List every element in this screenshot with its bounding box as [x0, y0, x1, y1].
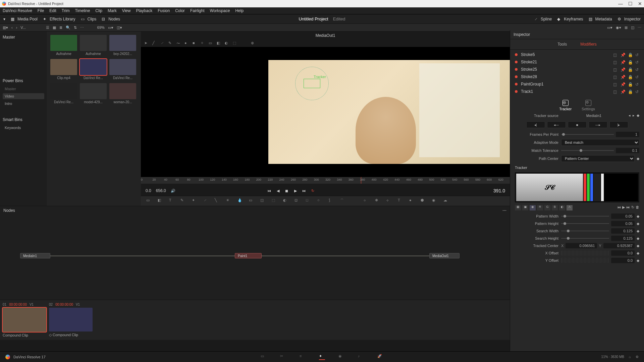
- ph-slider[interactable]: [561, 223, 609, 224]
- version-icon[interactable]: ◫: [613, 60, 617, 64]
- dot-tool-icon[interactable]: ●: [184, 41, 189, 46]
- inspector-button[interactable]: ⚙Inspector: [618, 17, 641, 21]
- viewer-canvas[interactable]: Tracker: [141, 47, 510, 177]
- channel-b[interactable]: B: [552, 205, 558, 210]
- version-icon[interactable]: ◫: [613, 67, 617, 71]
- stop-button[interactable]: ◼: [284, 188, 289, 193]
- xo-wheel[interactable]: [561, 251, 609, 255]
- lock-icon[interactable]: 🔒: [628, 75, 632, 79]
- fx-icon[interactable]: 💧: [237, 198, 244, 204]
- time-ruler[interactable]: 0204060801001201401601802002202402602803…: [141, 177, 510, 184]
- menu-item[interactable]: Playback: [136, 8, 152, 13]
- yo-wheel[interactable]: [561, 258, 609, 263]
- search-icon[interactable]: 🔍: [66, 25, 70, 30]
- track-fwd-button[interactable]: —▸: [589, 121, 607, 128]
- channel-a[interactable]: A: [567, 205, 573, 210]
- sw-slider[interactable]: [561, 231, 609, 231]
- step-back-button[interactable]: ◀: [275, 188, 281, 193]
- text-icon[interactable]: T: [169, 198, 175, 204]
- fx-icon[interactable]: ◉: [432, 198, 438, 204]
- fx-icon[interactable]: ⟆: [329, 198, 335, 204]
- pin-icon[interactable]: 📌: [621, 60, 625, 64]
- metadata-button[interactable]: ▤Metadata: [589, 17, 612, 21]
- pin-icon[interactable]: 📌: [621, 89, 625, 94]
- fx-icon[interactable]: ⬢: [421, 198, 427, 204]
- page-fairlight-icon[interactable]: ♪: [358, 354, 364, 360]
- arrow-tool-icon[interactable]: ➤: [144, 41, 149, 46]
- lock-icon[interactable]: 🔒: [628, 89, 632, 94]
- master-bin[interactable]: Master: [3, 34, 44, 41]
- keyframes-button[interactable]: ◆Keyframes: [557, 17, 583, 21]
- reset-icon[interactable]: ↺: [635, 89, 639, 94]
- nodes-panel[interactable]: Nodes ⋯ MediaIn1Paint1MediaOut1: [0, 206, 510, 300]
- key-icon[interactable]: ◆: [637, 258, 639, 263]
- yo-value[interactable]: 0.0: [611, 258, 635, 263]
- fx-icon[interactable]: ◐: [283, 198, 289, 204]
- media-pool-button[interactable]: ▦Media Pool: [11, 17, 38, 21]
- subtab-tracker[interactable]: ◎Tracker: [559, 100, 572, 111]
- wave-tool-icon[interactable]: 〜: [176, 41, 181, 46]
- key-icon[interactable]: ◆: [637, 157, 639, 161]
- channel-icon[interactable]: ▣: [522, 205, 528, 210]
- pool-thumb[interactable]: boy-24202...: [109, 35, 136, 56]
- bin-item[interactable]: Intro: [3, 101, 44, 107]
- reset-icon[interactable]: ↺: [635, 60, 639, 64]
- view-mode-icon[interactable]: ▭▾: [607, 25, 612, 30]
- pool-thumb[interactable]: Clip.mp4: [50, 59, 77, 80]
- kf-del-icon[interactable]: 🗑: [636, 205, 639, 210]
- modifier-row[interactable]: PaintGroup1◫📌🔒↺: [510, 80, 644, 88]
- subtab-settings[interactable]: ⚙Settings: [582, 100, 595, 111]
- modifier-row[interactable]: Stroke5◫📌🔒↺: [510, 51, 644, 58]
- tc-y[interactable]: 0.925387: [603, 243, 635, 248]
- fx-icon[interactable]: ✦: [192, 198, 198, 204]
- key-icon[interactable]: ◆: [637, 113, 639, 118]
- close-button[interactable]: ✕: [638, 1, 642, 6]
- menu-item[interactable]: Workspace: [210, 8, 230, 13]
- key-icon[interactable]: ◆: [637, 229, 639, 233]
- ph-value[interactable]: 0.05: [611, 221, 635, 226]
- modifier-row[interactable]: Stroke25◫📌🔒↺: [510, 66, 644, 73]
- rect-tool-icon[interactable]: ▭: [209, 41, 213, 46]
- fx-icon[interactable]: ○: [317, 198, 323, 204]
- minimize-button[interactable]: —: [618, 1, 623, 6]
- kf-last-icon[interactable]: ⏭: [626, 205, 630, 210]
- matchtol-slider[interactable]: [561, 150, 614, 151]
- maximize-button[interactable]: ☐: [628, 1, 633, 6]
- channel-icon[interactable]: ◐: [559, 205, 565, 210]
- fx-icon[interactable]: T: [398, 198, 404, 204]
- next-icon[interactable]: ▸: [633, 113, 635, 118]
- grid-icon[interactable]: ⊞: [625, 25, 628, 30]
- audio-icon[interactable]: 🔊: [171, 189, 175, 193]
- pw-value[interactable]: 0.05: [611, 214, 635, 219]
- more-icon[interactable]: ⋯: [80, 25, 84, 30]
- adaptive-mode-select[interactable]: Best match: [561, 139, 639, 146]
- pin-icon[interactable]: 📌: [621, 67, 625, 71]
- tracker-overlay[interactable]: Tracker: [295, 67, 329, 100]
- pen-tool-icon[interactable]: ✎: [168, 41, 173, 46]
- lock-icon[interactable]: 🔒: [628, 67, 632, 71]
- dual-icon[interactable]: ◫: [631, 25, 634, 30]
- menu-item[interactable]: Fairlight: [190, 8, 205, 13]
- fx-icon[interactable]: ▭: [146, 198, 152, 204]
- smart-bin-item[interactable]: Keywords: [3, 125, 44, 131]
- view-grid-icon[interactable]: ▦: [53, 25, 56, 30]
- effects-library-button[interactable]: ✦Effects Library: [43, 17, 75, 21]
- fx-icon[interactable]: ❋: [375, 198, 381, 204]
- reset-icon[interactable]: ↺: [635, 75, 639, 79]
- line-tool-icon[interactable]: ╱: [152, 41, 157, 46]
- modifier-row[interactable]: Track1◫📌🔒↺: [510, 88, 644, 95]
- home-icon[interactable]: ⌂: [629, 355, 631, 359]
- fx-icon[interactable]: ☀: [226, 198, 232, 204]
- panel-menu-icon[interactable]: ▥▾: [3, 25, 8, 30]
- pool-thumb[interactable]: woman-20...: [109, 83, 136, 104]
- sh-value[interactable]: 0.125: [611, 236, 635, 241]
- pool-thumb[interactable]: model-429...: [80, 83, 107, 104]
- breadcrumb[interactable]: V...: [20, 25, 26, 29]
- crop-tool-icon[interactable]: ◧: [217, 41, 221, 46]
- nav-fwd-icon[interactable]: ›: [16, 25, 17, 29]
- node[interactable]: MediaOut1: [429, 253, 460, 258]
- version-icon[interactable]: ◫: [613, 82, 617, 86]
- channel-r[interactable]: R: [537, 205, 543, 210]
- fx-icon[interactable]: ⟐: [364, 198, 370, 204]
- reset-icon[interactable]: ↺: [635, 82, 639, 86]
